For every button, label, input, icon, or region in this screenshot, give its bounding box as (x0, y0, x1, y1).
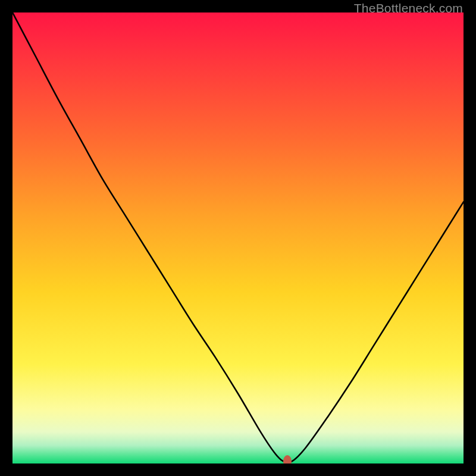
plot-area (12, 12, 464, 464)
chart-frame: TheBottleneck.com (0, 0, 476, 476)
minimum-marker (283, 455, 292, 464)
bottleneck-curve (12, 12, 464, 464)
